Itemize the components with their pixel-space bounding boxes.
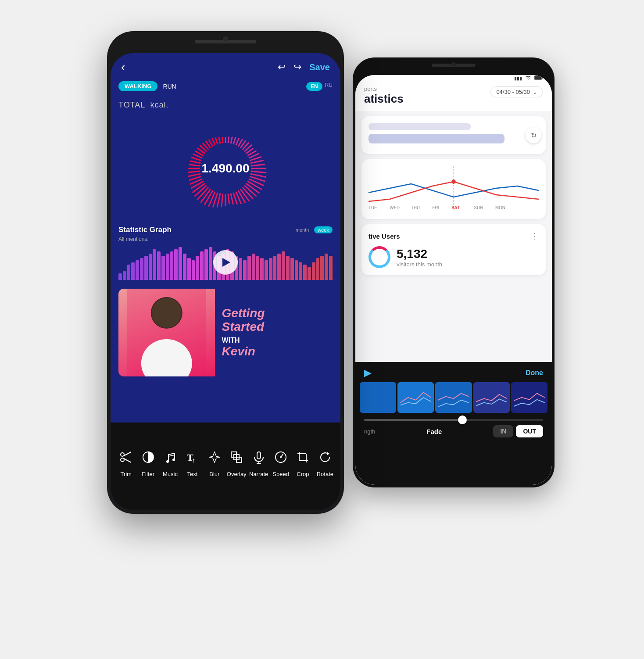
- total-label: TOTAL kcal.: [118, 93, 333, 111]
- svg-line-46: [190, 165, 201, 166]
- tool-text[interactable]: T t Text: [181, 447, 203, 477]
- filter-label: Filter: [142, 471, 154, 477]
- fade-in-button[interactable]: IN: [493, 425, 513, 437]
- radial-chart: // Will be generated in JS below 1.490.0…: [118, 116, 333, 221]
- music-label: Music: [163, 471, 178, 477]
- pr-thumb-3[interactable]: [435, 382, 472, 413]
- month-toggle[interactable]: month: [292, 226, 313, 233]
- active-users-card: tive Users ⋮ 5,132 visitors this month: [361, 224, 546, 275]
- svg-line-14: [250, 165, 265, 166]
- music-icon: [160, 447, 180, 467]
- svg-marker-87: [327, 452, 329, 455]
- tool-narrate[interactable]: Narrate: [247, 447, 269, 477]
- overlay-label: Overlay: [227, 471, 247, 477]
- svg-line-25: [238, 190, 245, 202]
- svg-point-65: [121, 453, 124, 456]
- lang-ru-badge[interactable]: RU: [325, 82, 333, 91]
- svg-line-1: [228, 137, 229, 144]
- svg-line-72: [168, 455, 175, 456]
- svg-line-43: [189, 174, 201, 176]
- pr-thumb-1[interactable]: [360, 382, 396, 413]
- tool-trim[interactable]: Trim: [115, 447, 137, 477]
- signal-icon: ▮▮▮: [514, 75, 522, 81]
- filter-icon: [138, 447, 158, 467]
- undo-button[interactable]: ↩: [278, 61, 286, 73]
- svg-line-2: [231, 137, 232, 144]
- length-slider[interactable]: [355, 419, 552, 421]
- gs-kevin: Kevin: [222, 344, 326, 358]
- tool-crop[interactable]: Crop: [292, 447, 314, 477]
- fade-out-button[interactable]: OUT: [516, 425, 543, 437]
- svg-line-59: [222, 137, 223, 144]
- svg-line-57: [215, 138, 218, 145]
- user-sublabel: visitors this month: [397, 261, 442, 268]
- line-chart-card: TUE WED THU FRI SAT SUN MON: [361, 159, 546, 219]
- run-badge[interactable]: RUN: [163, 83, 176, 90]
- pr-timeline: [355, 382, 552, 413]
- svg-text:WED: WED: [390, 205, 400, 210]
- date-range-selector[interactable]: 04/30 - 05/30 ⌄: [490, 86, 543, 97]
- tool-music[interactable]: Music: [159, 447, 181, 477]
- week-toggle[interactable]: week: [314, 226, 333, 233]
- pr-thumb-5[interactable]: [511, 382, 547, 413]
- getting-started-text: Getting Started WITH Kevin: [215, 289, 333, 376]
- svg-rect-78: [257, 452, 261, 459]
- in-out-buttons: IN OUT: [493, 425, 543, 437]
- fade-label: Fade: [426, 428, 442, 435]
- lang-en-badge[interactable]: EN: [306, 82, 322, 91]
- crop-icon: [293, 447, 313, 467]
- tool-blur[interactable]: Blur: [204, 447, 225, 477]
- radial-value: 1.490.00: [202, 161, 250, 175]
- tool-filter[interactable]: Filter: [137, 447, 159, 477]
- pr-bottom-panel: ▶ Done: [355, 362, 552, 485]
- blur-icon: [204, 447, 225, 467]
- narrate-label: Narrate: [249, 471, 268, 477]
- pr-done-button[interactable]: Done: [526, 369, 543, 377]
- svg-rect-89: [542, 77, 543, 79]
- walking-badge[interactable]: WALKING: [118, 81, 157, 91]
- svg-line-3: [233, 138, 236, 145]
- narrate-icon: [249, 447, 269, 467]
- card-menu-button[interactable]: ⋮: [531, 231, 539, 241]
- tool-speed[interactable]: Speed: [270, 447, 292, 477]
- save-button[interactable]: Save: [309, 62, 330, 72]
- overlay-icon: [226, 447, 247, 467]
- svg-text:THU: THU: [411, 205, 420, 210]
- status-bar: ▮▮▮: [355, 75, 552, 84]
- refresh-button[interactable]: ↻: [526, 127, 541, 143]
- svg-line-16: [250, 171, 266, 173]
- pr-thumb-2[interactable]: [397, 382, 434, 413]
- tool-overlay[interactable]: Overlay: [225, 447, 247, 477]
- bar-chart: [118, 245, 333, 280]
- blur-line-1: [369, 123, 471, 130]
- svg-point-92: [451, 179, 456, 184]
- speed-icon: [271, 447, 291, 467]
- svg-point-66: [121, 458, 124, 462]
- svg-line-67: [124, 452, 131, 456]
- svg-line-47: [190, 161, 201, 163]
- back-button[interactable]: ‹: [121, 60, 125, 74]
- pr-play-button[interactable]: ▶: [364, 367, 372, 379]
- svg-point-71: [172, 458, 175, 461]
- svg-text:TUE: TUE: [369, 205, 377, 210]
- svg-text:t: t: [193, 457, 195, 464]
- svg-line-56: [212, 139, 215, 146]
- activity-badges: WALKING RUN EN RU: [118, 81, 333, 91]
- svg-rect-90: [535, 76, 541, 79]
- play-button[interactable]: [213, 250, 238, 275]
- blurred-card: ↻: [361, 116, 546, 154]
- redo-button[interactable]: ↪: [293, 61, 301, 73]
- app-header: ‹ ↩ ↪ Save: [111, 53, 340, 78]
- pr-thumb-4[interactable]: [473, 382, 510, 413]
- gs-with: WITH: [222, 337, 326, 344]
- bottom-toolbar: Trim Filter: [111, 423, 340, 510]
- tool-rotate[interactable]: Rotate: [314, 447, 336, 477]
- svg-text:FRI: FRI: [433, 205, 440, 210]
- fade-controls: ngth Fade IN OUT: [355, 421, 552, 442]
- svg-line-28: [231, 193, 233, 204]
- page-header: 04/30 - 05/30 ⌄ ports atistics: [355, 84, 552, 111]
- wifi-icon: [525, 75, 532, 81]
- svg-text:MON: MON: [495, 205, 505, 210]
- gs-getting: Getting: [222, 307, 326, 320]
- stat-graph-title: Statistic Graph: [118, 226, 172, 234]
